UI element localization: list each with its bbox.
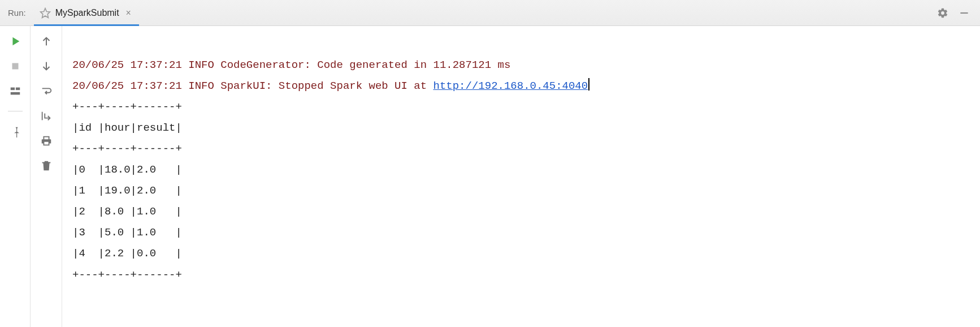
run-action-column xyxy=(0,26,31,327)
print-icon[interactable] xyxy=(40,135,53,147)
arrow-up-icon[interactable] xyxy=(40,35,53,48)
run-tool-header: Run: MySparkSubmit × xyxy=(0,0,980,26)
log-line: 20/06/25 17:37:21 INFO CodeGenerator: Co… xyxy=(72,59,510,71)
stop-icon[interactable] xyxy=(9,60,21,72)
run-panel-label: Run: xyxy=(0,0,34,25)
svg-rect-3 xyxy=(12,63,18,70)
soft-wrap-icon[interactable] xyxy=(40,85,53,97)
toolbar-divider xyxy=(8,111,23,111)
table-row: |0 |18.0|2.0 | xyxy=(72,164,182,176)
svg-marker-2 xyxy=(12,37,19,46)
text-cursor xyxy=(588,78,589,91)
run-config-tab[interactable]: MySparkSubmit × xyxy=(34,0,139,25)
layout-icon[interactable] xyxy=(9,85,21,97)
table-row: |4 |2.2 |0.0 | xyxy=(72,247,182,260)
svg-marker-0 xyxy=(40,8,50,18)
minimize-icon[interactable] xyxy=(959,7,970,19)
table-border: +---+----+------+ xyxy=(72,143,182,155)
svg-rect-5 xyxy=(15,88,19,91)
trash-icon[interactable] xyxy=(40,160,53,172)
table-header: |id |hour|result| xyxy=(72,122,182,134)
console-output[interactable]: 20/06/25 17:37:21 INFO CodeGenerator: Co… xyxy=(62,26,980,327)
scroll-to-end-icon[interactable] xyxy=(40,110,53,122)
arrow-down-icon[interactable] xyxy=(40,60,53,72)
pin-icon[interactable] xyxy=(9,125,21,137)
header-actions xyxy=(937,0,980,25)
run-icon[interactable] xyxy=(9,35,21,48)
tab-active-indicator xyxy=(34,24,139,26)
table-row: |3 |5.0 |1.0 | xyxy=(72,226,182,239)
table-border: +---+----+------+ xyxy=(72,269,182,281)
star-icon xyxy=(40,7,51,19)
table-row: |2 |8.0 |1.0 | xyxy=(72,205,182,218)
console-action-column xyxy=(31,26,62,327)
run-panel-body: 20/06/25 17:37:21 INFO CodeGenerator: Co… xyxy=(0,26,980,327)
tab-title: MySparkSubmit xyxy=(55,8,119,18)
gear-icon[interactable] xyxy=(937,7,948,19)
spark-ui-link[interactable]: http://192.168.0.45:4040 xyxy=(433,80,588,92)
svg-rect-6 xyxy=(10,92,20,95)
svg-rect-4 xyxy=(10,88,14,91)
close-icon[interactable]: × xyxy=(126,8,131,18)
table-row: |1 |19.0|2.0 | xyxy=(72,184,182,197)
log-line: 20/06/25 17:37:21 INFO SparkUI: Stopped … xyxy=(72,80,433,92)
table-border: +---+----+------+ xyxy=(72,101,182,113)
